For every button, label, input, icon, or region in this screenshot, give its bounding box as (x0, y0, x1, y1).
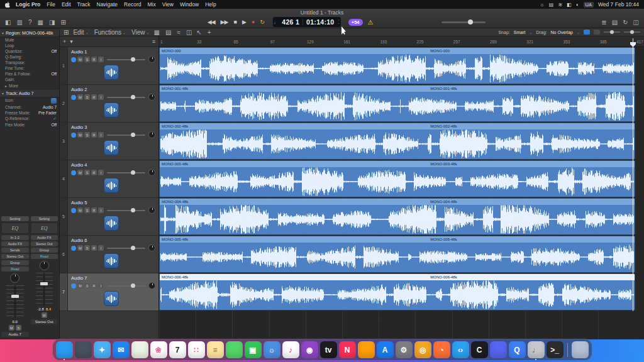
browsers-toggle[interactable]: ◫ (633, 19, 639, 26)
dock-music[interactable]: ♪ (282, 341, 299, 358)
bar-ruler[interactable]: 1336597129161193225257289321353385417 (159, 36, 644, 47)
dock-maps[interactable] (131, 341, 148, 358)
mute-button[interactable]: M (42, 312, 47, 318)
param-row-flex-follow-[interactable]: Flex & Follow:Off (0, 71, 59, 77)
strip-slot-stereo-out[interactable]: Stereo Out (31, 241, 58, 246)
track-header-audio-5[interactable]: 5Audio 5MSRI (60, 198, 158, 236)
functions-menu[interactable]: Functions⌄ (94, 29, 126, 36)
record-enable-button[interactable]: R (91, 132, 97, 138)
cycle-button[interactable]: ↻ (260, 19, 264, 25)
dock-safari[interactable]: ✦ (94, 341, 111, 358)
param-row-fine-tune-[interactable]: Fine Tune: (0, 65, 59, 71)
library-toggle[interactable]: ◧ (5, 19, 11, 26)
mute-button[interactable]: M (77, 170, 83, 175)
dock-system-settings[interactable]: ⚙ (396, 341, 413, 358)
mute-button[interactable]: M (77, 283, 83, 288)
track-on-button[interactable] (71, 246, 76, 251)
track-header-audio-7[interactable]: 7Audio 7MSRI (60, 273, 158, 311)
fast-forward-button[interactable]: ▶▶ (221, 19, 228, 25)
input-monitor-button[interactable]: I (98, 57, 104, 62)
menu-record[interactable]: Record (124, 1, 141, 8)
snap-select[interactable]: Smart (514, 30, 526, 35)
mute-button[interactable]: M (77, 207, 83, 213)
vertical-zoom-slider[interactable] (624, 31, 640, 33)
editors-toggle[interactable]: ◨ (49, 19, 55, 26)
param-row-icon-[interactable]: Icon: (0, 97, 59, 104)
param-row-transpose-[interactable]: Transpose: (0, 60, 59, 65)
dock-app-store[interactable]: A (377, 341, 394, 358)
menu-mix[interactable]: Mix (147, 1, 155, 8)
dock-messages[interactable] (226, 341, 243, 358)
track-on-button[interactable] (71, 133, 76, 138)
rewind-button[interactable]: ◀◀ (208, 19, 215, 25)
strip-slot-stereo-out[interactable]: Stereo Out (1, 254, 29, 259)
dock-books[interactable] (358, 341, 375, 358)
track-pan-knob[interactable] (148, 131, 155, 138)
smart-controls-toggle[interactable]: ⊞ (60, 19, 65, 26)
track-icon[interactable] (104, 253, 119, 268)
lcd-display[interactable]: ♩ 426 1 01:14:10 ⌃⌄ (273, 17, 341, 27)
menu-window[interactable]: Window (180, 1, 199, 8)
command-click-tool[interactable]: + (208, 29, 211, 36)
track-volume-slider[interactable] (107, 59, 145, 60)
solo-button[interactable]: S (84, 132, 90, 138)
catch-button[interactable]: ◫ (186, 29, 192, 36)
region-mono-006-48k[interactable]: MONO-006-48kMONO-006-48k (159, 273, 635, 310)
track-pan-knob[interactable] (148, 282, 155, 289)
param-row-freeze-mode-[interactable]: Freeze Mode:Pre Fader (0, 110, 59, 116)
list-editors-toggle[interactable]: ≣ (601, 19, 606, 26)
apple-loops-toggle[interactable]: ↻ (623, 19, 628, 26)
track-volume-slider[interactable] (107, 172, 145, 173)
region-mono-000[interactable]: MONO-000MONO-000 (159, 47, 635, 84)
zoom-preset-button[interactable] (584, 30, 590, 35)
dock-firefox[interactable]: ◔ (433, 341, 450, 358)
track-pan-knob[interactable] (148, 169, 155, 176)
dock-vscode[interactable]: ‹› (452, 341, 469, 358)
record-enable-button[interactable]: R (91, 170, 97, 175)
dock-discord[interactable] (490, 341, 507, 358)
horizontal-zoom-slider[interactable] (604, 31, 620, 33)
drag-select[interactable]: No Overlap (551, 30, 573, 35)
param-row-channel-[interactable]: Channel:Audio 7 (0, 104, 59, 110)
solo-button[interactable]: S (84, 94, 90, 100)
track-header-audio-4[interactable]: 4Audio 4MSRI (60, 160, 158, 198)
view-menu[interactable]: View⌄ (131, 29, 150, 36)
dock-terminal[interactable]: >_ (547, 341, 564, 358)
strip-slot-read[interactable]: Read (31, 254, 58, 259)
input-monitor-button[interactable]: I (98, 245, 104, 251)
strip-slot-sends[interactable]: Sends (1, 248, 29, 253)
track-volume-slider[interactable] (107, 285, 145, 287)
param-row-mute[interactable]: Mute (0, 37, 59, 43)
track-pan-knob[interactable] (148, 207, 155, 214)
dock-copilot[interactable]: C (471, 341, 488, 358)
track-name[interactable]: Audio 3 (71, 124, 155, 130)
track-pan-knob[interactable] (148, 56, 155, 63)
waveform-zoom-button[interactable] (594, 30, 600, 35)
track-header-audio-1[interactable]: 1Audio 1MSRI (60, 47, 158, 85)
stop-button[interactable]: ■ (233, 19, 236, 25)
track-icon[interactable] (104, 216, 119, 231)
solo-button[interactable]: S (84, 57, 90, 62)
strip-slot-in-1-2[interactable]: In 1-2 (1, 235, 29, 240)
pan-knob[interactable] (40, 261, 49, 270)
dock-news[interactable]: N (339, 341, 356, 358)
strip-slot-audio-fx[interactable]: Audio FX (1, 241, 29, 246)
input-monitor-button[interactable]: I (98, 132, 104, 138)
region-mono-001-48k[interactable]: MONO-001-48kMONO-001-48k (159, 85, 635, 122)
track-pan-knob[interactable] (148, 244, 155, 251)
solo-button[interactable]: S (84, 170, 90, 175)
track-volume-slider[interactable] (107, 134, 145, 136)
track-name[interactable]: Audio 7 (71, 275, 155, 281)
mute-button[interactable]: M (77, 94, 83, 100)
record-enable-button[interactable]: R (91, 283, 97, 288)
mute-button[interactable]: M (77, 57, 83, 62)
track-on-button[interactable] (71, 95, 76, 100)
region-mono-002-48k[interactable]: MONO-002-48kMONO-002-48k (159, 123, 635, 160)
cpu-badge[interactable]: +54 (348, 19, 363, 26)
mute-button[interactable]: M (9, 325, 14, 331)
playhead[interactable] (633, 38, 633, 311)
record-enable-button[interactable]: R (91, 57, 97, 62)
track-name[interactable]: Audio 1 (71, 49, 155, 55)
dock-calendar[interactable]: 7 (169, 341, 186, 358)
dock-tv[interactable]: tv (320, 341, 337, 358)
